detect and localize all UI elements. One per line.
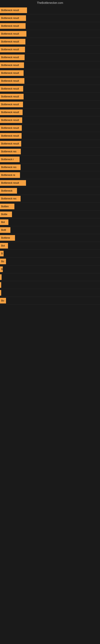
site-title: TheBottlenecker.com	[0, 0, 100, 6]
bar-item: Bottleneck result	[0, 110, 100, 115]
bar-item: Bottleneck result	[0, 23, 100, 29]
bars-container: Bottleneck resultBottleneck resultBottle…	[0, 6, 100, 306]
bottleneck-bar[interactable]: Bottleneck result	[0, 54, 25, 60]
bar-wrapper: Bottleneck result	[0, 116, 100, 124]
bar-wrapper: Bottleneck result	[0, 22, 100, 30]
bar-wrapper: Bottleneck result	[0, 38, 100, 46]
bottleneck-bar[interactable]: Bottlene	[0, 235, 15, 241]
bar-wrapper: Bottleneck result	[0, 179, 100, 187]
bottleneck-bar[interactable]: Bottleneck result	[0, 78, 24, 84]
bottleneck-bar[interactable]: Bottleneck result	[0, 47, 25, 52]
bar-wrapper: Bottl	[0, 226, 100, 234]
bottleneck-bar[interactable]: Bottleneck result	[0, 141, 21, 146]
bottleneck-bar[interactable]: Bottleneck res	[0, 196, 21, 202]
bar-item: Bottleneck res	[0, 196, 100, 202]
bar-item: Bottleneck result	[0, 15, 100, 21]
bar-item: Bottleneck result	[0, 78, 100, 84]
bottleneck-bar[interactable]	[0, 282, 1, 288]
bottleneck-bar[interactable]: Bottleneck result	[0, 70, 24, 76]
bar-item: B	[0, 266, 100, 272]
bottleneck-bar[interactable]	[0, 290, 1, 296]
bar-wrapper: Bottlene	[0, 234, 100, 242]
bottleneck-bar[interactable]: Bottleneck result	[0, 110, 23, 115]
bottleneck-bar[interactable]: Bo	[0, 258, 6, 264]
bar-wrapper: B	[0, 250, 100, 258]
bar-item: Bottlen	[0, 204, 100, 209]
bar-item: Bottleneck result	[0, 125, 100, 131]
bottleneck-bar[interactable]: Bottleneck result	[0, 15, 26, 21]
bar-item	[0, 274, 100, 280]
bottleneck-bar[interactable]: Bottlen	[0, 204, 14, 209]
bar-item: Bot	[0, 243, 100, 248]
bottleneck-bar[interactable]: Bottleneck re	[0, 172, 20, 178]
bottleneck-bar[interactable]: Bottl	[0, 227, 10, 233]
bar-wrapper: Bottleneck result	[0, 69, 100, 77]
bar-wrapper: Bottleneck result	[0, 132, 100, 140]
bottleneck-bar[interactable]: Bottleneck result	[0, 94, 24, 100]
bottleneck-bar[interactable]: Bot	[0, 243, 8, 248]
bottleneck-bar[interactable]: Bottleneck result	[0, 8, 27, 13]
bottleneck-bar[interactable]: B	[0, 266, 3, 272]
bar-wrapper: Bottleneck result	[0, 100, 100, 108]
bar-wrapper	[0, 281, 100, 289]
bar-item: Bottle	[0, 212, 100, 217]
bar-wrapper: Bo	[0, 258, 100, 266]
bar-item: Bottleneck result	[0, 62, 100, 68]
bar-wrapper: Bottleneck result	[0, 30, 100, 38]
bar-item: Bottleneck r	[0, 156, 100, 162]
bar-wrapper: Bottleneck result	[0, 46, 100, 54]
bottleneck-bar[interactable]: Bottleneck result	[0, 62, 24, 68]
bar-item: Bottleneck result	[0, 47, 100, 52]
bar-item: Bottleneck re	[0, 172, 100, 178]
bar-wrapper: Bottle	[0, 210, 100, 218]
bottleneck-bar[interactable]: Bottleneck result	[0, 39, 25, 44]
bar-item: Bottleneck res	[0, 164, 100, 170]
bottleneck-bar[interactable]: Bottleneck result	[0, 23, 26, 29]
bar-item: Bottleneck result	[0, 117, 100, 123]
bar-item	[0, 282, 100, 288]
bar-wrapper: Bottleneck res	[0, 164, 100, 171]
bar-item: Bottleneck result	[0, 102, 100, 107]
bottleneck-bar[interactable]: Bottleneck result	[0, 180, 26, 186]
bar-wrapper: Bo	[0, 297, 100, 305]
bottleneck-bar[interactable]: Bottleneck res	[0, 164, 21, 170]
bar-wrapper: Bottlen	[0, 203, 100, 210]
bottleneck-bar[interactable]: Bottleneck result	[0, 117, 22, 123]
bar-item: Bo	[0, 258, 100, 264]
bar-item: Bo	[0, 298, 100, 304]
bar-item: Bot	[0, 219, 100, 225]
bar-item: B	[0, 251, 100, 256]
bar-item: Bottleneck result	[0, 94, 100, 100]
bar-wrapper: Bottleneck result	[0, 140, 100, 148]
bar-wrapper: Bottleneck result	[0, 77, 100, 85]
bottleneck-bar[interactable]: Bot	[0, 219, 8, 225]
bar-item	[0, 290, 100, 296]
bar-item: Bottleneck res	[0, 149, 100, 154]
bottleneck-bar[interactable]: B	[0, 251, 3, 256]
bar-item: Bottlene	[0, 235, 100, 241]
bottleneck-bar[interactable]: Bottleneck res	[0, 149, 21, 154]
bottleneck-bar[interactable]: Bottleneck	[0, 188, 17, 194]
bottleneck-bar[interactable]: Bottleneck result	[0, 31, 26, 37]
bar-wrapper	[0, 289, 100, 297]
bar-wrapper: Bottleneck result	[0, 124, 100, 132]
bar-wrapper: Bottleneck re	[0, 171, 100, 179]
bar-wrapper: Bottleneck r	[0, 156, 100, 164]
bar-item: Bottleneck result	[0, 180, 100, 186]
bar-wrapper: Bot	[0, 242, 100, 250]
bar-wrapper: Bot	[0, 218, 100, 226]
bottleneck-bar[interactable]: Bottleneck result	[0, 86, 23, 92]
bar-wrapper: Bottleneck result	[0, 108, 100, 116]
bottleneck-bar[interactable]: Bottleneck result	[0, 133, 22, 139]
bottleneck-bar[interactable]: Bo	[0, 298, 6, 304]
bar-item: Bottleneck	[0, 188, 100, 194]
bar-item: Bottleneck result	[0, 86, 100, 92]
bar-item: Bottleneck result	[0, 54, 100, 60]
bottleneck-bar[interactable]: Bottleneck result	[0, 125, 22, 131]
bottleneck-bar[interactable]: Bottleneck result	[0, 102, 23, 107]
bottleneck-bar[interactable]	[0, 274, 1, 280]
bottleneck-bar[interactable]: Bottle	[0, 212, 12, 217]
bar-item: Bottleneck result	[0, 39, 100, 44]
bottleneck-bar[interactable]: Bottleneck r	[0, 156, 20, 162]
bar-wrapper: Bottleneck result	[0, 54, 100, 62]
